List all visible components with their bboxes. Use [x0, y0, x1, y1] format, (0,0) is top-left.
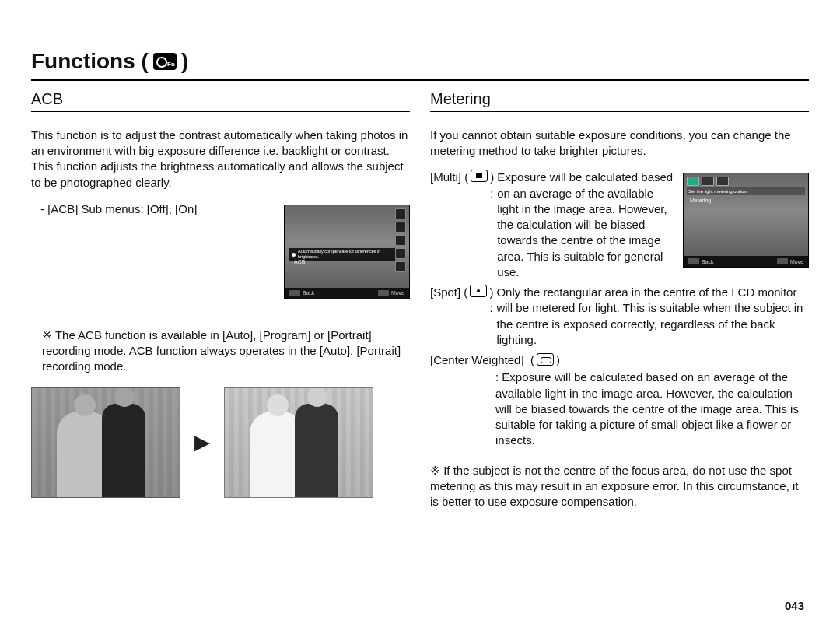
manual-page: Functions ( ) ACB This function is to ad…: [0, 0, 840, 634]
option-center-weighted: [Center Weighted] () : Exposure will be …: [430, 352, 809, 449]
right-column: Metering If you cannot obtain suitable e…: [430, 89, 809, 521]
sample-after: [224, 387, 373, 498]
side-icon: [395, 222, 406, 233]
option-desc-text: Exposure will be calculated based on an …: [495, 370, 799, 447]
acb-intro: This function is to adjust the contrast …: [31, 128, 410, 191]
metering-lcd: Set the light metering option. Metering …: [683, 173, 809, 268]
sample-before: [31, 387, 180, 498]
metering-icon-cw: [716, 177, 729, 186]
option-spot: [Spot] () : Only the rectangular area in…: [430, 285, 809, 348]
lcd-back-label: Back: [702, 258, 714, 265]
arrow-icon: ▶: [194, 429, 210, 456]
acb-heading: ACB: [31, 89, 410, 110]
multi-icon: [471, 170, 488, 182]
option-desc: : Exposure will be calculated based on a…: [495, 370, 809, 448]
tip-icon: [292, 253, 296, 257]
lcd-tip-text: Set the light metering option.: [687, 187, 805, 195]
title-rule: [31, 79, 809, 81]
option-label: [Spot]: [430, 285, 460, 300]
acb-note: ※ The ACB function is available in [Auto…: [42, 328, 410, 375]
metering-lcd-wrap: Set the light metering option. Metering …: [683, 173, 809, 268]
metering-icon-multi: [687, 177, 699, 186]
metering-rule: [430, 111, 809, 112]
side-icon: [395, 261, 406, 272]
acb-lcd-wrap: Automatically compensate for differences…: [284, 205, 410, 299]
option-desc: Only the rectangular area in the centre …: [496, 285, 809, 348]
side-icon: [395, 248, 406, 259]
metering-heading: Metering: [430, 89, 809, 110]
two-column-layout: ACB This function is to adjust the contr…: [31, 89, 809, 521]
lcd-mode-label: ACB: [294, 258, 305, 265]
lcd-move-label: Move: [790, 258, 803, 265]
center-weighted-icon: [537, 353, 554, 366]
lcd-bottom-bar: Back Move: [684, 256, 808, 267]
metering-note: ※ If the subject is not the centre of th…: [430, 463, 809, 510]
menu-key-icon: [688, 258, 699, 264]
side-icon: [395, 208, 406, 219]
metering-icon-spot: [702, 177, 714, 186]
page-title: Functions ( ): [31, 47, 809, 76]
spot-icon: [470, 285, 487, 297]
acb-rule: [31, 111, 410, 112]
title-text-suffix: ): [181, 47, 188, 76]
lcd-tip-text: Automatically compensate for differences…: [298, 249, 393, 261]
option-desc: Exposure will be calculated based on an …: [497, 170, 674, 280]
fn-icon: [153, 53, 177, 70]
groom-figure: [102, 404, 145, 497]
option-label: [Center Weighted]: [430, 353, 524, 366]
menu-key-icon: [289, 290, 300, 296]
metering-intro: If you cannot obtain suitable exposure c…: [430, 128, 809, 159]
nav-key-icon: [378, 290, 389, 296]
left-column: ACB This function is to adjust the contr…: [31, 89, 410, 521]
page-number: 043: [785, 598, 804, 614]
lcd-mode-label: Metering: [690, 197, 711, 204]
lcd-back-label: Back: [303, 289, 315, 296]
lcd-bottom-bar: Back Move: [285, 288, 409, 299]
acb-compare: ▶: [31, 387, 410, 498]
lcd-side-icons: [395, 208, 406, 272]
acb-lcd: Automatically compensate for differences…: [284, 205, 410, 299]
option-label: [Multi]: [430, 170, 461, 185]
option-multi: [Multi] () : Exposure will be calculated…: [430, 170, 674, 280]
nav-key-icon: [777, 258, 788, 264]
lcd-top-icons: [687, 177, 729, 186]
title-text-prefix: Functions (: [31, 47, 149, 76]
side-icon: [395, 235, 406, 246]
groom-figure: [295, 404, 338, 497]
lcd-move-label: Move: [391, 289, 404, 296]
